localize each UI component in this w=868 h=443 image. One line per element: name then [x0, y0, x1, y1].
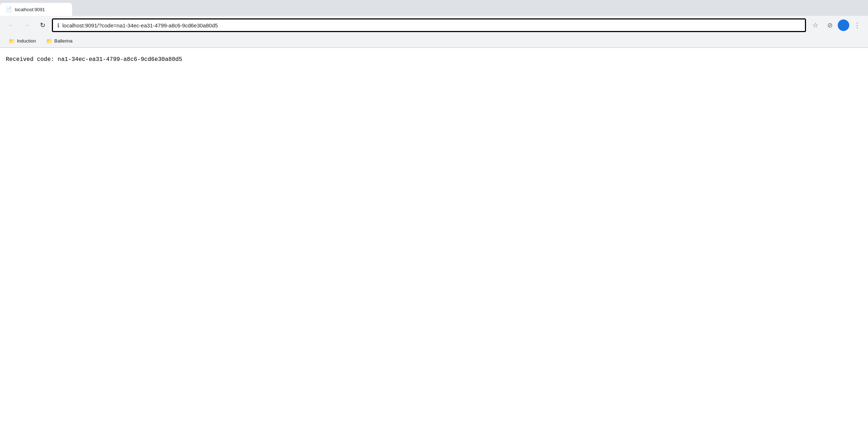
bookmarks-bar: 📁 Induction 📁 Ballerina	[0, 35, 868, 48]
received-code-text: Received code: na1-34ec-ea31-4799-a8c6-9…	[6, 55, 862, 64]
profile-button[interactable]: 👤	[838, 19, 849, 31]
folder-icon: 📁	[9, 38, 15, 44]
address-bar-container: ℹ	[52, 18, 806, 32]
back-button[interactable]: ←	[4, 19, 17, 32]
profile-icon: 👤	[840, 21, 847, 29]
bookmark-star-button[interactable]: ☆	[809, 19, 822, 32]
bookmark-star-icon: ☆	[813, 21, 818, 29]
tab-bar: 📄 localhost:9091	[0, 0, 868, 16]
bookmark-ballerina-label: Ballerina	[54, 38, 73, 44]
menu-icon: ⋮	[854, 21, 860, 29]
flask-icon: ⊘	[827, 21, 833, 29]
extension-button[interactable]: ⊘	[823, 19, 836, 32]
bookmark-induction-label: Induction	[17, 38, 36, 44]
tab-label: localhost:9091	[15, 7, 45, 12]
toolbar: ← → ↻ ℹ ☆ ⊘ 👤 ⋮	[0, 16, 868, 35]
page-content: Received code: na1-34ec-ea31-4799-a8c6-9…	[0, 48, 868, 443]
browser-chrome: 📄 localhost:9091 ← → ↻ ℹ ☆ ⊘	[0, 0, 868, 48]
active-tab[interactable]: 📄 localhost:9091	[0, 3, 72, 16]
forward-button[interactable]: →	[20, 19, 33, 32]
toolbar-actions: ☆ ⊘ 👤 ⋮	[809, 19, 864, 32]
back-icon: ←	[8, 22, 14, 29]
forward-icon: →	[23, 22, 30, 29]
info-icon[interactable]: ℹ	[57, 22, 59, 29]
bookmark-induction[interactable]: 📁 Induction	[4, 37, 40, 45]
folder-icon-2: 📁	[46, 38, 52, 44]
refresh-icon: ↻	[40, 21, 45, 29]
bookmark-ballerina[interactable]: 📁 Ballerina	[42, 37, 77, 45]
tab-icon: 📄	[6, 6, 12, 12]
address-bar[interactable]	[62, 22, 801, 28]
refresh-button[interactable]: ↻	[36, 19, 49, 32]
menu-button[interactable]: ⋮	[851, 19, 864, 32]
